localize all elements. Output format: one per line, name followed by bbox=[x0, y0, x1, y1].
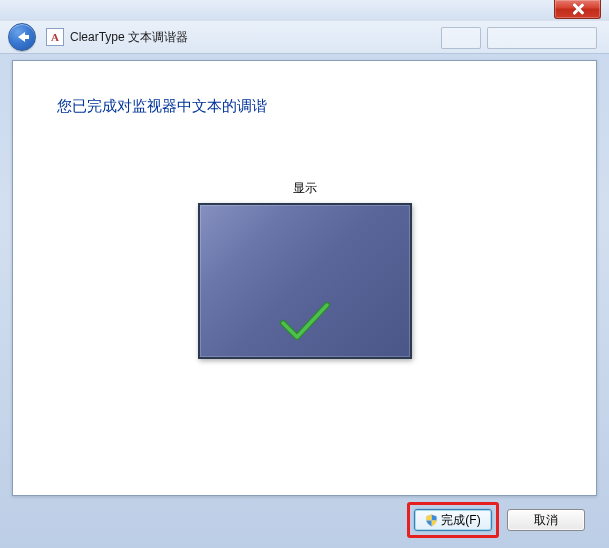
display-label: 显示 bbox=[13, 180, 596, 197]
page-heading: 您已完成对监视器中文本的调谐 bbox=[13, 61, 596, 116]
footer: 完成(F) 取消 bbox=[12, 500, 597, 540]
checkmark-icon bbox=[277, 299, 333, 345]
app-icon: A bbox=[46, 28, 64, 46]
back-arrow-icon bbox=[18, 32, 25, 42]
cancel-button-label: 取消 bbox=[534, 512, 558, 529]
shield-icon bbox=[425, 514, 438, 527]
app-title: ClearType 文本调谐器 bbox=[70, 29, 188, 46]
cancel-button[interactable]: 取消 bbox=[507, 509, 585, 531]
finish-highlight: 完成(F) bbox=[407, 502, 499, 538]
back-button[interactable] bbox=[8, 23, 36, 51]
content-pane: 您已完成对监视器中文本的调谐 显示 bbox=[12, 60, 597, 496]
titlebar bbox=[0, 0, 609, 21]
close-button[interactable] bbox=[554, 0, 601, 19]
monitor-preview bbox=[198, 203, 412, 359]
close-icon bbox=[571, 2, 585, 16]
finish-button-label: 完成(F) bbox=[441, 512, 480, 529]
navbar: A ClearType 文本调谐器 bbox=[0, 21, 609, 54]
finish-button[interactable]: 完成(F) bbox=[414, 509, 492, 531]
window-frame: A ClearType 文本调谐器 您已完成对监视器中文本的调谐 显示 bbox=[0, 0, 609, 548]
nav-background-controls bbox=[441, 27, 597, 49]
